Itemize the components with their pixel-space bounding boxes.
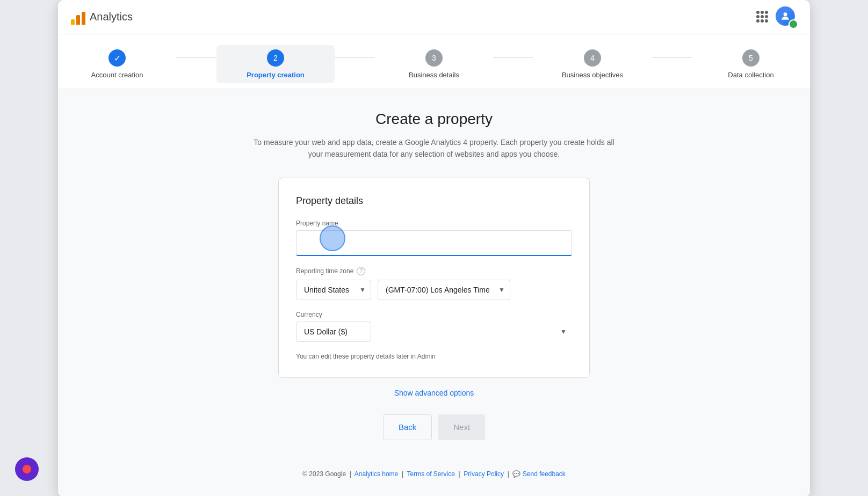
step-circle-5: 5: [742, 49, 760, 67]
timezone-label: Reporting time zone: [296, 267, 353, 275]
footer-feedback-icon: 💬: [512, 470, 520, 478]
currency-group: Currency US Dollar ($) ▼: [296, 311, 572, 342]
step-business-objectives: 4 Business objectives: [533, 45, 652, 83]
step-label-1: Account creation: [91, 71, 143, 79]
country-select[interactable]: United States: [296, 280, 371, 300]
page-title: Create a property: [375, 111, 493, 128]
currency-select-arrow: ▼: [560, 328, 567, 335]
step-business-details: 3 Business details: [375, 45, 493, 83]
property-name-label: Property name: [296, 220, 572, 227]
step-label-2: Property creation: [247, 71, 305, 79]
header-logo: Analytics: [71, 10, 133, 25]
footer-send-feedback-link[interactable]: Send feedback: [523, 470, 566, 478]
footer-privacy-link[interactable]: Privacy Policy: [464, 470, 504, 478]
avatar-container[interactable]: [776, 6, 797, 28]
currency-label: Currency: [296, 311, 572, 318]
country-select-wrapper: United States ▼: [296, 280, 371, 300]
avatar-person-icon: [780, 11, 791, 21]
footer: © 2023 Google | Analytics home | Terms o…: [294, 462, 574, 486]
step-circle-4: 4: [584, 49, 601, 67]
stepper: Account creation 2 Property creation 3 B…: [58, 34, 810, 89]
step-account-creation: Account creation: [58, 45, 176, 83]
next-button[interactable]: Next: [438, 414, 485, 440]
step-data-collection: 5 Data collection: [692, 45, 810, 83]
recording-dot-inner: [23, 465, 31, 473]
footer-copyright: © 2023 Google: [302, 470, 346, 478]
property-details-card: Property details Property name Reporting…: [278, 178, 590, 378]
timezone-select-wrapper: (GMT-07:00) Los Angeles Time ▼: [378, 280, 510, 300]
back-button[interactable]: Back: [383, 414, 432, 440]
step-property-creation: 2 Property creation: [216, 45, 335, 83]
footer-analytics-home-link[interactable]: Analytics home: [355, 470, 398, 478]
step-circle-1: [108, 49, 126, 67]
main-content: Create a property To measure your web an…: [58, 89, 810, 496]
edit-note: You can edit these property details late…: [296, 353, 572, 360]
step-circle-3: 3: [425, 49, 443, 67]
timezone-select[interactable]: (GMT-07:00) Los Angeles Time: [378, 280, 510, 300]
timezone-group: Reporting time zone ? United States ▼ (G…: [296, 267, 572, 300]
step-line-1: [176, 57, 216, 58]
header-right: [756, 6, 797, 28]
app-window: Analytics Account creation: [58, 0, 810, 496]
step-line-2: [335, 57, 375, 58]
avatar-badge: [789, 19, 798, 29]
footer-tos-link[interactable]: Terms of Service: [407, 470, 454, 478]
property-name-input[interactable]: [296, 230, 572, 256]
card-title: Property details: [296, 195, 572, 207]
timezone-label-row: Reporting time zone ?: [296, 267, 572, 275]
actions: Back Next: [383, 414, 485, 440]
recording-indicator: [15, 457, 39, 481]
step-line-4: [652, 57, 692, 58]
svg-point-0: [784, 12, 787, 16]
analytics-logo-icon: [71, 10, 85, 25]
step-line-3: [493, 57, 533, 58]
apps-grid-icon[interactable]: [756, 11, 769, 24]
currency-select[interactable]: US Dollar ($): [296, 322, 371, 342]
step-label-3: Business details: [409, 71, 459, 79]
timezone-selects: United States ▼ (GMT-07:00) Los Angeles …: [296, 280, 572, 300]
currency-select-wrapper: US Dollar ($) ▼: [296, 322, 572, 342]
advanced-options-link[interactable]: Show advanced options: [394, 389, 474, 397]
property-name-group: Property name: [296, 220, 572, 256]
step-label-4: Business objectives: [562, 71, 623, 79]
timezone-help-icon[interactable]: ?: [357, 267, 365, 275]
page-subtitle: To measure your web and app data, create…: [246, 136, 622, 161]
app-title: Analytics: [90, 11, 133, 23]
step-circle-2: 2: [267, 49, 284, 67]
header: Analytics: [58, 0, 810, 34]
step-label-5: Data collection: [728, 71, 773, 79]
